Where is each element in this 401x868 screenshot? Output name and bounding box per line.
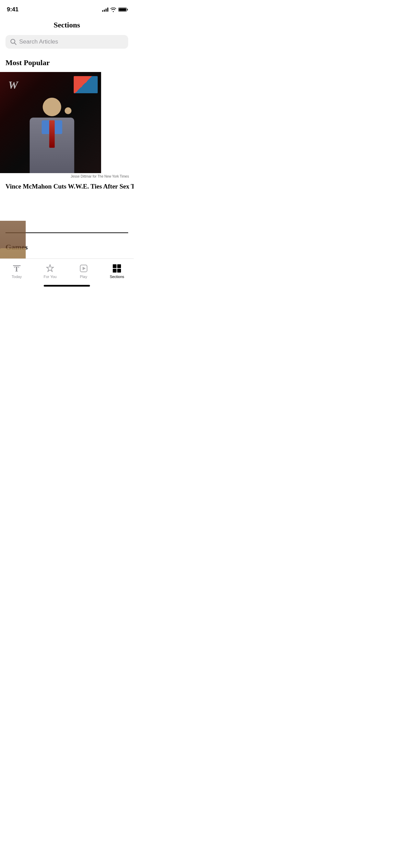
wifi-icon <box>110 8 116 12</box>
article-image-1: W <box>0 72 101 173</box>
article-headline-1: Vince McMahon Cuts W.W.E. Ties After Sex… <box>0 180 134 192</box>
article-card-1[interactable]: W <box>0 72 134 226</box>
battery-icon <box>118 8 127 12</box>
nav-today-label: Today <box>12 275 22 279</box>
wwe-logo: W <box>8 79 18 92</box>
nav-sections[interactable]: Sections <box>100 262 134 279</box>
search-bar[interactable]: Search Articles <box>5 35 128 49</box>
nav-today[interactable]: T Today <box>0 262 34 279</box>
svg-marker-16 <box>83 267 86 270</box>
search-icon <box>10 39 16 45</box>
photo-credit-1: Jesse Dittmar for The New York Times <box>0 173 134 180</box>
articles-scroll[interactable]: W <box>0 72 134 226</box>
person-figure <box>21 98 83 173</box>
status-bar: 9:41 <box>0 0 134 17</box>
nav-play-label: Play <box>80 275 87 279</box>
search-container: Search Articles <box>0 35 134 56</box>
signal-icon <box>102 8 108 12</box>
svg-marker-14 <box>47 265 53 272</box>
bottom-nav: T Today For You Play <box>0 258 134 289</box>
most-popular-label: Most Popular <box>0 56 134 72</box>
status-time: 9:41 <box>7 6 19 13</box>
most-popular-section: Most Popular W <box>0 56 134 226</box>
nav-foryou-label: For You <box>44 275 57 279</box>
page-title: Sections <box>0 17 134 35</box>
status-icons <box>102 8 127 12</box>
nav-play[interactable]: Play <box>67 262 100 279</box>
today-icon: T <box>12 264 22 273</box>
sections-icon <box>112 264 122 273</box>
play-icon <box>79 264 88 273</box>
home-indicator <box>44 285 90 287</box>
star-icon <box>45 264 55 273</box>
nav-sections-label: Sections <box>110 275 124 279</box>
nav-foryou[interactable]: For You <box>34 262 67 279</box>
svg-line-1 <box>14 43 16 45</box>
search-placeholder: Search Articles <box>19 38 58 45</box>
flag-element <box>74 76 98 93</box>
